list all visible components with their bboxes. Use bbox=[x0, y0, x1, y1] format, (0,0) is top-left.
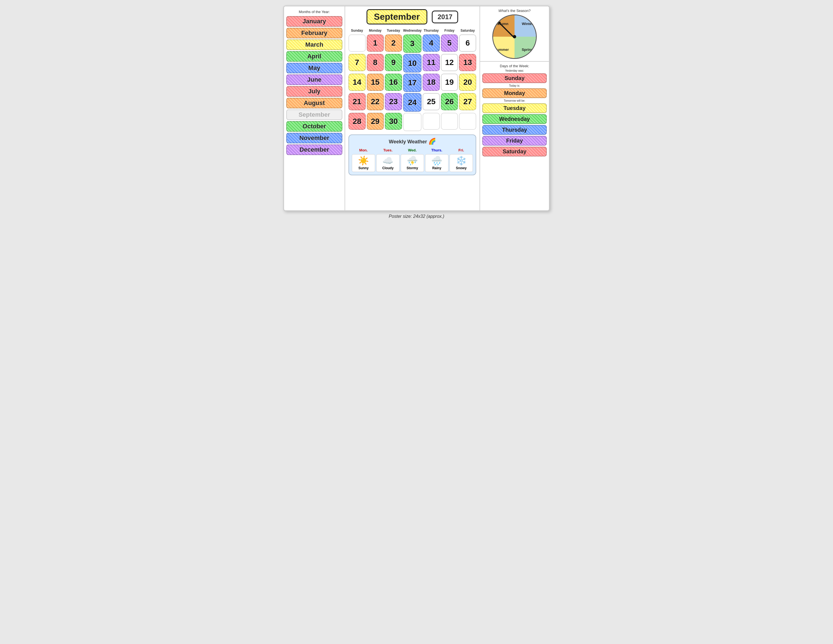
cal-day-25[interactable]: 25 bbox=[423, 93, 440, 110]
cal-day-empty5 bbox=[459, 113, 476, 130]
cal-day-22[interactable]: 22 bbox=[367, 93, 384, 110]
cal-day-6[interactable]: 6 bbox=[459, 34, 476, 52]
day-header-sun: Sunday bbox=[349, 28, 366, 33]
calendar-center: September 2017 Sunday Monday Tuesday Wed… bbox=[345, 6, 479, 210]
season-wheel[interactable]: Autumn Winter Summer Spring bbox=[492, 14, 537, 59]
summer-quarter: Summer bbox=[493, 37, 515, 58]
weather-snowy: ❄️ Snowy bbox=[450, 154, 473, 172]
season-title: What's the Season? bbox=[499, 9, 531, 13]
cal-day-7[interactable]: 7 bbox=[349, 54, 366, 71]
day-sunday[interactable]: Sunday bbox=[482, 73, 547, 83]
months-sidebar: Months of the Year: January February Mar… bbox=[284, 6, 345, 210]
month-march[interactable]: March bbox=[286, 39, 343, 50]
cal-day-12[interactable]: 12 bbox=[441, 54, 458, 71]
weather-rainy: 🌧️ Rainy bbox=[425, 154, 449, 172]
sun-icon: ☀️ bbox=[358, 156, 369, 165]
month-september[interactable]: September bbox=[286, 109, 343, 120]
cal-day-5[interactable]: 5 bbox=[441, 34, 458, 52]
weather-title: Weekly Weather 🌈 bbox=[352, 138, 473, 145]
calendar-header: September 2017 bbox=[349, 9, 476, 24]
cal-day-empty2 bbox=[403, 113, 421, 131]
calendar-grid: Sunday Monday Tuesday Wednesday Thursday… bbox=[349, 28, 476, 131]
cal-day-11[interactable]: 11 bbox=[423, 54, 440, 71]
cal-day-28[interactable]: 28 bbox=[349, 113, 366, 130]
month-november[interactable]: November bbox=[286, 133, 343, 143]
days-of-week-title: Days of the Week: bbox=[482, 64, 547, 68]
day-header-fri: Friday bbox=[441, 28, 458, 33]
calendar-year: 2017 bbox=[432, 11, 458, 23]
cal-day-13[interactable]: 13 bbox=[459, 54, 476, 71]
day-header-tue: Tuesday bbox=[385, 28, 402, 33]
yesterday-label: Yesterday was: bbox=[482, 69, 547, 72]
day-header-thu: Thursday bbox=[423, 28, 440, 33]
rain-icon: 🌧️ bbox=[431, 156, 442, 165]
day-wednesday[interactable]: Wednesday bbox=[482, 114, 547, 124]
cal-day-10[interactable]: 10 bbox=[403, 54, 421, 72]
cal-day-empty4 bbox=[441, 113, 458, 130]
snow-icon: ❄️ bbox=[456, 156, 467, 165]
tomorrow-label: Tomorrow will be: bbox=[482, 99, 547, 102]
month-january[interactable]: January bbox=[286, 16, 343, 27]
cal-day-8[interactable]: 8 bbox=[367, 54, 384, 71]
spring-label: Spring bbox=[522, 48, 533, 52]
season-center bbox=[513, 35, 516, 38]
cal-day-empty3 bbox=[423, 113, 440, 130]
weather-grid: Mon. Tues. Wed. Thurs. Fri. ☀️ Sunny ☁️ … bbox=[352, 147, 473, 172]
month-august[interactable]: August bbox=[286, 98, 343, 108]
poster-caption: Poster size: 24x32 (approx.) bbox=[389, 214, 444, 219]
cal-day-1[interactable]: 1 bbox=[367, 34, 384, 52]
winter-quarter: Winter bbox=[515, 15, 536, 37]
weather-stormy: ⛈️ Stormy bbox=[401, 154, 424, 172]
right-sidebar: What's the Season? Autumn Winter Summer … bbox=[479, 6, 549, 210]
day-friday[interactable]: Friday bbox=[482, 136, 547, 146]
weather-section: Weekly Weather 🌈 Mon. Tues. Wed. Thurs. … bbox=[349, 134, 476, 175]
day-saturday[interactable]: Saturday bbox=[482, 147, 547, 156]
cal-day-4[interactable]: 4 bbox=[423, 34, 440, 52]
month-december[interactable]: December bbox=[286, 145, 343, 155]
cal-day-16[interactable]: 16 bbox=[385, 74, 402, 91]
cal-day-29[interactable]: 29 bbox=[367, 113, 384, 130]
cal-day-9[interactable]: 9 bbox=[385, 54, 402, 71]
month-april[interactable]: April bbox=[286, 51, 343, 62]
cal-day-26[interactable]: 26 bbox=[441, 93, 458, 110]
sidebar-title: Months of the Year: bbox=[286, 10, 343, 14]
poster: Months of the Year: January February Mar… bbox=[283, 6, 550, 211]
cal-day-15[interactable]: 15 bbox=[367, 74, 384, 91]
month-october[interactable]: October bbox=[286, 121, 343, 132]
calendar-month-title: September bbox=[367, 9, 427, 24]
weather-header-tue: Tues. bbox=[376, 147, 400, 153]
winter-label: Winter bbox=[522, 22, 533, 26]
month-february[interactable]: February bbox=[286, 28, 343, 38]
cal-day-27[interactable]: 27 bbox=[459, 93, 476, 110]
day-header-mon: Monday bbox=[367, 28, 384, 33]
cal-day-17[interactable]: 17 bbox=[403, 74, 421, 92]
today-label: Today is: bbox=[482, 84, 547, 87]
weather-sunny: ☀️ Sunny bbox=[352, 154, 375, 172]
cal-day-2[interactable]: 2 bbox=[385, 34, 402, 52]
cal-day-18[interactable]: 18 bbox=[423, 74, 440, 91]
cal-day-30[interactable]: 30 bbox=[385, 113, 402, 130]
cal-day-20[interactable]: 20 bbox=[459, 74, 476, 91]
month-july[interactable]: July bbox=[286, 86, 343, 97]
month-june[interactable]: June bbox=[286, 74, 343, 85]
cal-day-23[interactable]: 23 bbox=[385, 93, 402, 110]
cal-day-empty bbox=[349, 34, 366, 52]
month-may[interactable]: May bbox=[286, 63, 343, 73]
cal-day-3[interactable]: 3 bbox=[403, 34, 421, 53]
season-section: What's the Season? Autumn Winter Summer … bbox=[480, 6, 549, 62]
day-monday[interactable]: Monday bbox=[482, 89, 547, 98]
days-section: Days of the Week: Yesterday was: Sunday … bbox=[480, 62, 549, 159]
cal-day-24[interactable]: 24 bbox=[403, 93, 421, 111]
cal-day-14[interactable]: 14 bbox=[349, 74, 366, 91]
day-thursday[interactable]: Thursday bbox=[482, 125, 547, 135]
weather-cloudy: ☁️ Cloudy bbox=[376, 154, 400, 172]
day-header-sat: Saturday bbox=[459, 28, 476, 33]
day-header-wed: Wednesday bbox=[403, 28, 421, 33]
cloud-icon: ☁️ bbox=[382, 156, 394, 165]
day-tuesday[interactable]: Tuesday bbox=[482, 103, 547, 113]
cal-day-19[interactable]: 19 bbox=[441, 74, 458, 91]
cal-day-21[interactable]: 21 bbox=[349, 93, 366, 110]
spring-quarter: Spring bbox=[515, 37, 536, 58]
weather-header-mon: Mon. bbox=[352, 147, 375, 153]
weather-header-thu: Thurs. bbox=[425, 147, 449, 153]
